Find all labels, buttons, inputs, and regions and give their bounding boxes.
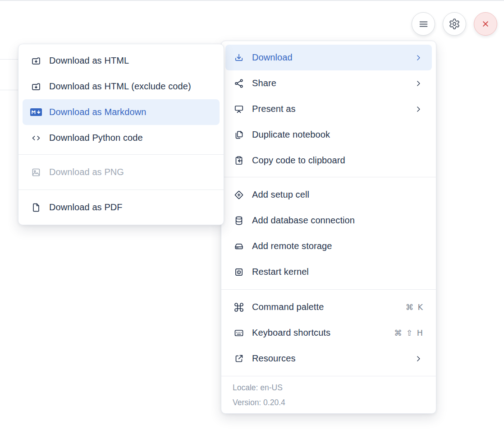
power-icon bbox=[233, 267, 245, 278]
clipboard-copy-icon bbox=[233, 155, 245, 166]
menu-item-download-as-html-exclude-code[interactable]: Download as HTML (exclude code) bbox=[23, 74, 220, 99]
menu-item-label: Duplicate notebook bbox=[252, 130, 330, 140]
download-submenu: Download as HTMLDownload as HTML (exclud… bbox=[18, 44, 224, 225]
menu-item-restart-kernel[interactable]: Restart kernel bbox=[225, 259, 432, 285]
share-icon bbox=[233, 78, 245, 89]
shortcut-key: K bbox=[417, 303, 423, 312]
menu-item-label: Share bbox=[252, 78, 276, 88]
menu-item-label: Download Python code bbox=[49, 133, 143, 143]
menu-group: Download as HTMLDownload as HTML (exclud… bbox=[18, 44, 224, 154]
menu-item-download-as-pdf[interactable]: Download as PDF bbox=[23, 194, 220, 220]
menu-item-label: Download as Markdown bbox=[49, 107, 146, 117]
chevron-right-icon bbox=[414, 354, 423, 363]
page-background: DownloadSharePresent asDuplicate noteboo… bbox=[0, 0, 504, 444]
menu-item-label: Keyboard shortcuts bbox=[252, 328, 330, 338]
menu-button[interactable] bbox=[412, 12, 435, 36]
command-icon bbox=[233, 302, 245, 313]
file-icon bbox=[30, 202, 42, 213]
menu-item-download[interactable]: Download bbox=[225, 45, 432, 70]
menu-item-label: Download as PNG bbox=[49, 167, 124, 177]
shortcut-hint: ⌘K bbox=[406, 303, 423, 312]
menu-item-present-as[interactable]: Present as bbox=[225, 96, 432, 122]
menu-item-label: Restart kernel bbox=[252, 267, 309, 277]
image-icon bbox=[30, 167, 42, 178]
folder-down-icon bbox=[30, 81, 42, 92]
menu-item-download-as-html[interactable]: Download as HTML bbox=[23, 48, 220, 74]
menu-group: DownloadSharePresent asDuplicate noteboo… bbox=[221, 41, 436, 177]
floating-toolbar bbox=[412, 12, 497, 36]
shortcut-key: H bbox=[417, 328, 423, 338]
menu-item-label: Add remote storage bbox=[252, 241, 332, 251]
menu-group: Command palette⌘KKeyboard shortcuts⌘⇧HRe… bbox=[221, 289, 436, 376]
presentation-icon bbox=[233, 104, 245, 115]
background-divider bbox=[0, 90, 18, 90]
shortcut-key: ⇧ bbox=[406, 328, 413, 338]
menu-item-label: Command palette bbox=[252, 302, 324, 312]
menu-item-add-remote-storage[interactable]: Add remote storage bbox=[225, 233, 432, 259]
menu-group: Download as PNG bbox=[18, 154, 224, 190]
menu-item-label: Add setup cell bbox=[252, 190, 309, 200]
menu-item-label: Add database connection bbox=[252, 215, 355, 226]
folder-down-icon bbox=[30, 56, 42, 66]
version-text: Version: 0.20.4 bbox=[221, 395, 436, 410]
gear-icon bbox=[449, 18, 460, 30]
menu-item-keyboard-shortcuts[interactable]: Keyboard shortcuts⌘⇧H bbox=[225, 320, 432, 346]
menu-item-add-setup-cell[interactable]: Add setup cell bbox=[225, 182, 432, 208]
menu-item-label: Download as HTML (exclude code) bbox=[49, 81, 191, 92]
menu-item-label: Present as bbox=[252, 104, 296, 114]
x-icon bbox=[480, 18, 491, 30]
download-icon bbox=[233, 52, 245, 63]
top-border-line bbox=[0, 0, 504, 1]
menu-item-label: Download as HTML bbox=[49, 56, 129, 66]
shortcut-key: ⌘ bbox=[406, 303, 414, 312]
background-divider bbox=[0, 59, 18, 60]
menu-item-download-as-png: Download as PNG bbox=[23, 159, 220, 185]
hard-drive-icon bbox=[233, 241, 245, 252]
menu-item-label: Resources bbox=[252, 353, 296, 364]
settings-button[interactable] bbox=[443, 12, 466, 36]
menu-item-add-database-connection[interactable]: Add database connection bbox=[225, 208, 432, 233]
menu-item-download-as-markdown[interactable]: Download as Markdown bbox=[23, 99, 220, 125]
menu-item-duplicate-notebook[interactable]: Duplicate notebook bbox=[225, 122, 432, 148]
locale-text: Locale: en-US bbox=[221, 380, 436, 395]
menu-item-label: Copy code to clipboard bbox=[252, 155, 345, 166]
menu-item-share[interactable]: Share bbox=[225, 70, 432, 96]
menu-footer: Locale: en-US Version: 0.20.4 bbox=[221, 376, 436, 413]
notebook-actions-menu: DownloadSharePresent asDuplicate noteboo… bbox=[221, 41, 436, 414]
shortcut-key: ⌘ bbox=[394, 328, 402, 338]
chevron-right-icon bbox=[414, 53, 423, 62]
menu-item-label: Download bbox=[252, 52, 293, 63]
diamond-plus-icon bbox=[233, 190, 245, 200]
menu-item-download-python-code[interactable]: Download Python code bbox=[23, 125, 220, 151]
shortcut-hint: ⌘⇧H bbox=[394, 328, 423, 338]
menu-item-copy-code-to-clipboard[interactable]: Copy code to clipboard bbox=[225, 148, 432, 173]
database-icon bbox=[233, 215, 245, 226]
menu-item-label: Download as PDF bbox=[49, 202, 123, 213]
external-link-icon bbox=[233, 353, 245, 364]
menu-group: Download as PDF bbox=[18, 190, 224, 225]
markdown-icon bbox=[30, 107, 42, 117]
keyboard-icon bbox=[233, 328, 245, 338]
duplicate-icon bbox=[233, 130, 245, 140]
chevron-right-icon bbox=[414, 79, 423, 88]
menu-item-resources[interactable]: Resources bbox=[225, 346, 432, 371]
menu-group: Add setup cellAdd database connectionAdd… bbox=[221, 177, 436, 289]
chevron-right-icon bbox=[414, 105, 423, 114]
hamburger-icon bbox=[417, 18, 430, 30]
close-button[interactable] bbox=[474, 12, 497, 36]
code-icon bbox=[30, 133, 42, 143]
menu-item-command-palette[interactable]: Command palette⌘K bbox=[225, 294, 432, 320]
